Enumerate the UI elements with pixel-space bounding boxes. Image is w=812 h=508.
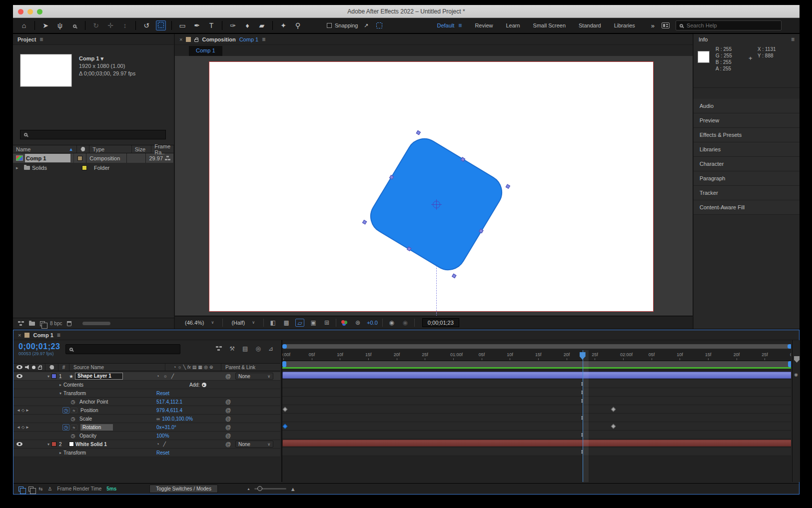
- motion-blur-person-icon[interactable]: ♙: [47, 486, 52, 492]
- property-pickwhip-icon[interactable]: @: [225, 433, 231, 439]
- pen-tool[interactable]: ✒: [192, 21, 202, 29]
- mask-visibility-icon[interactable]: ▱: [295, 319, 304, 327]
- zoom-tool[interactable]: [69, 21, 79, 29]
- current-timecode[interactable]: 0;00;01;23: [18, 342, 60, 351]
- shape-handle[interactable]: [506, 184, 511, 189]
- graph-toggle-icon[interactable]: ≈: [70, 425, 77, 430]
- property-pickwhip-icon[interactable]: @: [225, 399, 231, 405]
- shy-layers-icon[interactable]: [28, 487, 33, 492]
- keyframe-diamond[interactable]: [611, 424, 616, 429]
- timeline-navigator-bar[interactable]: [282, 344, 791, 349]
- resolution-dropdown[interactable]: (Half)∨: [227, 319, 259, 327]
- project-tab[interactable]: Project: [17, 36, 36, 42]
- property-row-opacity[interactable]: ◷ Opacity 100% @: [13, 432, 280, 440]
- group-row-transform[interactable]: ▾ Transform Reset: [13, 389, 280, 398]
- add-shape-attribute[interactable]: Add:▸: [189, 382, 206, 388]
- track-row-solid-transform[interactable]: I: [282, 448, 791, 456]
- transparency-grid-icon[interactable]: ▩: [282, 319, 291, 327]
- property-row-rotation[interactable]: ◄◇► ◷ ≈ Rotation 0x+31.0° @: [13, 423, 280, 432]
- roto-brush-tool[interactable]: ✦: [278, 21, 288, 29]
- lock-column-icon[interactable]: [38, 367, 42, 370]
- track-row-position-keyframes[interactable]: [282, 405, 791, 414]
- trash-icon[interactable]: [67, 321, 71, 326]
- draft-3d-icon[interactable]: ⚒: [229, 345, 235, 352]
- keyframe-navigator[interactable]: ◄◇►: [16, 408, 30, 413]
- video-column-eye-icon[interactable]: [16, 365, 22, 369]
- constrain-link-icon[interactable]: ∞: [156, 416, 160, 422]
- property-pickwhip-icon[interactable]: @: [225, 407, 231, 413]
- label-column-tag-icon[interactable]: [49, 365, 54, 370]
- expand-chevron-icon[interactable]: ▸: [57, 451, 63, 455]
- rotation-tool[interactable]: ↺: [141, 21, 151, 29]
- lock-icon[interactable]: [194, 39, 198, 42]
- work-area-bar[interactable]: [282, 361, 791, 367]
- layer-row-shape-layer-1[interactable]: ▾ 1 ★ Shape Layer 1 ◔ ☼ ╱ @ None∨: [13, 372, 280, 381]
- column-size[interactable]: Size: [132, 145, 151, 153]
- collapse-chevron-icon[interactable]: ▾: [57, 391, 63, 396]
- track-row-scale[interactable]: I: [282, 414, 791, 422]
- composition-viewer[interactable]: [175, 56, 693, 316]
- position-value[interactable]: 979.4,611.4: [156, 408, 182, 413]
- clone-stamp-tool[interactable]: ♦: [242, 21, 252, 29]
- composition-tab-comp-name[interactable]: Comp 1: [239, 36, 259, 42]
- project-panel-menu-icon[interactable]: ≡: [39, 36, 43, 43]
- close-panel-icon[interactable]: ×: [18, 332, 21, 338]
- sidebar-item-preview[interactable]: Preview: [694, 113, 800, 128]
- sidebar-item-effects-presets[interactable]: Effects & Presets: [694, 128, 800, 142]
- channel-rgb-icon[interactable]: [341, 320, 349, 326]
- layer2-duration-bar[interactable]: [282, 440, 791, 447]
- transform-reset-button[interactable]: Reset: [156, 450, 169, 456]
- sidebar-item-tracker[interactable]: Tracker: [694, 186, 800, 200]
- project-row-name[interactable]: Comp 1: [25, 154, 70, 162]
- keyframe-navigator[interactable]: ◄◇►: [16, 425, 30, 430]
- zoom-slider-knob[interactable]: [257, 486, 262, 491]
- rectangle-tool[interactable]: ▭: [177, 21, 187, 29]
- property-pickwhip-icon[interactable]: @: [225, 424, 231, 430]
- sidebar-item-libraries[interactable]: Libraries: [694, 142, 800, 157]
- shape-handle[interactable]: [407, 247, 412, 252]
- magnification-dropdown[interactable]: (46.4%)∨: [181, 319, 218, 327]
- source-name-column[interactable]: Source Name: [69, 364, 165, 371]
- property-pickwhip-icon[interactable]: @: [225, 416, 231, 422]
- zoom-in-mountain-icon[interactable]: ▲: [290, 486, 296, 492]
- shy-switch-icon[interactable]: ◔: [156, 374, 159, 379]
- collapse-switch-icon[interactable]: ☼: [163, 374, 167, 379]
- guides-grid-icon[interactable]: ⊞: [322, 319, 331, 327]
- layer-name[interactable]: White Solid 1: [75, 442, 107, 447]
- shape-handle[interactable]: [416, 130, 421, 135]
- shape-handle[interactable]: [461, 157, 466, 162]
- track-row-layer1[interactable]: [282, 371, 791, 380]
- timeline-search[interactable]: [65, 344, 180, 354]
- workspace-overflow-chevron[interactable]: »: [651, 22, 655, 29]
- info-panel-menu-icon[interactable]: ≡: [791, 36, 795, 43]
- project-row-solids[interactable]: ▸ Solids Folder: [13, 163, 174, 172]
- zoom-slider-track[interactable]: [254, 488, 286, 490]
- stopwatch-icon[interactable]: ◷: [69, 433, 76, 439]
- selection-tool[interactable]: ➤: [40, 21, 50, 29]
- collapse-chevron-icon[interactable]: ▾: [45, 442, 51, 447]
- comp-marker-icon[interactable]: [794, 356, 800, 363]
- toggle-switches-modes-button[interactable]: Toggle Switches / Modes: [149, 485, 218, 493]
- orbit-camera-tool[interactable]: ↻: [91, 21, 101, 29]
- snapping-checkbox[interactable]: [327, 23, 332, 28]
- color-depth[interactable]: 8 bpc: [50, 321, 62, 326]
- keyframe-diamond[interactable]: [283, 424, 288, 429]
- sidebar-item-paragraph[interactable]: Paragraph: [694, 171, 800, 186]
- composition-panel-menu-icon[interactable]: ≡: [262, 36, 265, 43]
- comp-mini-flowchart-icon[interactable]: [18, 487, 23, 492]
- puppet-pin-tool[interactable]: ⚲: [293, 21, 303, 29]
- layer-number-column[interactable]: #: [58, 364, 69, 371]
- snap-angle-icon[interactable]: ↗: [361, 22, 371, 29]
- parent-dropdown[interactable]: None∨: [235, 373, 273, 380]
- shape-handle[interactable]: [452, 274, 457, 279]
- brush-tool[interactable]: ✑: [228, 21, 238, 29]
- info-panel-title[interactable]: Info: [699, 36, 708, 42]
- dolly-camera-tool[interactable]: ↕: [120, 21, 130, 29]
- timeline-track-pane[interactable]: 0:00f05f10f15f20f25f01:00f05f10f15f20f25…: [281, 340, 791, 482]
- viewer-tab-comp1[interactable]: Comp 1: [189, 46, 222, 56]
- shape-handle[interactable]: [362, 220, 367, 225]
- timeline-tab-comp1[interactable]: Comp 1: [33, 332, 53, 338]
- eraser-tool[interactable]: ▰: [257, 21, 267, 29]
- quality-icon[interactable]: ╲: [183, 365, 185, 370]
- quality-switch-icon[interactable]: ╱: [163, 442, 165, 447]
